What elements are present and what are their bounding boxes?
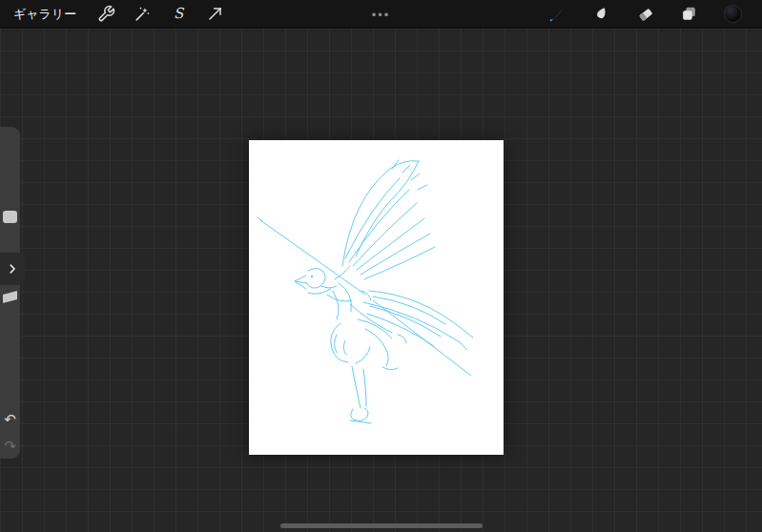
selection-s-icon: S	[174, 7, 183, 21]
chevron-right-icon	[6, 262, 19, 276]
color-swatch	[724, 5, 742, 23]
brush-size-slider[interactable]	[0, 127, 20, 253]
actions-button[interactable]	[88, 0, 124, 29]
smudge-tool-button[interactable]	[579, 0, 623, 29]
top-toolbar: ギャラリー S	[0, 0, 762, 29]
brush-icon	[547, 5, 566, 24]
app-screen: ギャラリー S	[0, 0, 762, 532]
transform-button[interactable]	[196, 0, 233, 29]
paint-tool-button[interactable]	[535, 0, 579, 29]
artwork-sketch	[249, 140, 504, 455]
toolbar-left-group: ギャラリー S	[0, 0, 233, 29]
layers-icon	[680, 5, 698, 23]
eraser-tool-button[interactable]	[623, 0, 667, 29]
eraser-icon	[636, 5, 654, 23]
color-button[interactable]	[711, 0, 754, 29]
toolbar-right-group	[535, 0, 762, 29]
home-indicator[interactable]	[280, 523, 483, 528]
canvas-viewport[interactable]	[0, 29, 762, 532]
gallery-button[interactable]: ギャラリー	[13, 0, 88, 29]
canvas-menu-button[interactable]: •••	[372, 0, 391, 29]
undo-arrow-icon: ↶	[4, 412, 16, 426]
brush-size-handle[interactable]	[3, 211, 17, 223]
wrench-icon	[97, 5, 115, 23]
sidebar-controls: ↶ ↷	[0, 127, 20, 459]
layers-button[interactable]	[667, 0, 711, 29]
opacity-handle[interactable]	[3, 291, 17, 303]
selection-button[interactable]: S	[160, 0, 196, 29]
redo-arrow-icon: ↷	[4, 439, 16, 453]
undo-button[interactable]: ↶	[0, 405, 20, 432]
smudge-finger-icon	[592, 5, 610, 23]
magic-wand-icon	[134, 5, 152, 23]
adjustments-button[interactable]	[124, 0, 160, 29]
redo-button[interactable]: ↷	[0, 432, 20, 459]
transform-arrow-icon	[206, 5, 224, 23]
modify-button[interactable]	[0, 253, 25, 285]
opacity-slider[interactable]	[0, 285, 20, 405]
drawing-canvas[interactable]	[249, 140, 504, 455]
